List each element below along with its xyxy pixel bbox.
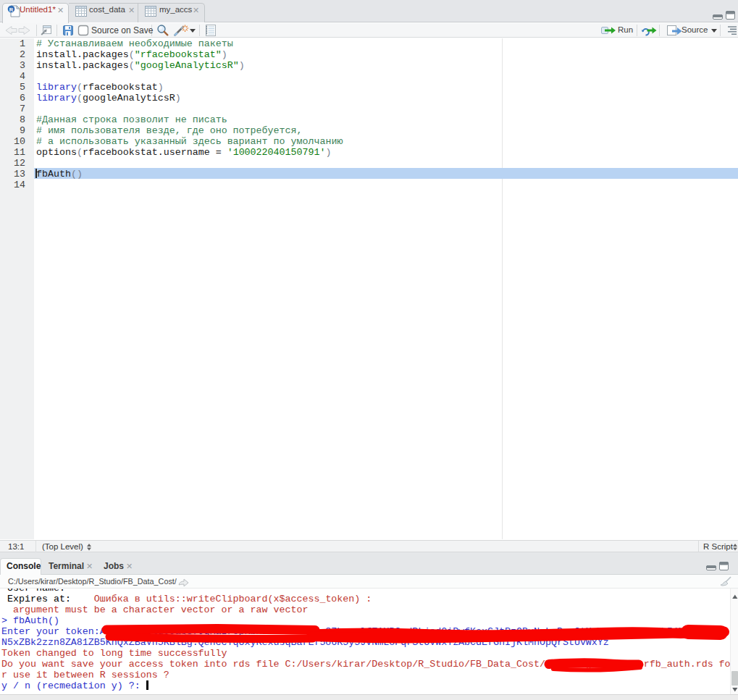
svg-text:R: R: [9, 7, 14, 13]
